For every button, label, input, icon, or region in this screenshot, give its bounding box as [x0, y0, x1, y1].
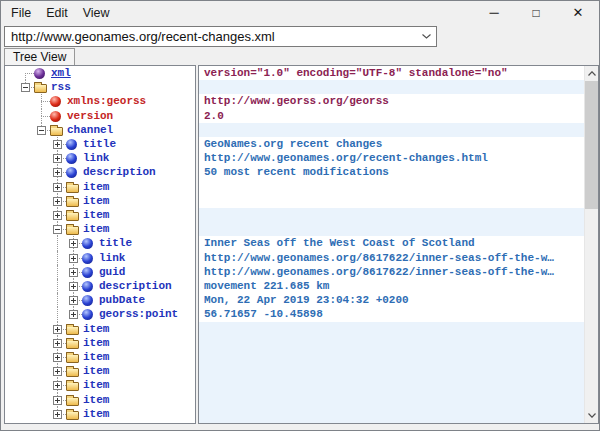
expand-plus-icon[interactable]	[53, 197, 62, 206]
value-row[interactable]: Mon, 22 Apr 2019 23:04:32 +0200	[199, 293, 584, 307]
tree-node[interactable]: link	[5, 251, 195, 265]
value-panel[interactable]: version="1.0" encoding="UTF-8" standalon…	[198, 65, 599, 424]
expand-plus-icon[interactable]	[53, 381, 62, 390]
value-row[interactable]	[199, 364, 584, 378]
value-row[interactable]: GeoNames.org recent changes	[199, 137, 584, 151]
tree-node[interactable]: item	[5, 407, 195, 421]
value-row[interactable]: version="1.0" encoding="UTF-8" standalon…	[199, 66, 584, 80]
tree-node[interactable]: item	[5, 180, 195, 194]
value-row[interactable]	[199, 80, 584, 94]
menu-edit[interactable]: Edit	[39, 3, 75, 23]
value-row[interactable]	[199, 407, 584, 421]
value-text: version="1.0" encoding="UTF-8" standalon…	[199, 66, 584, 80]
tree-node[interactable]: version	[5, 109, 195, 123]
tree-node[interactable]: item	[5, 336, 195, 350]
tree-node[interactable]: item	[5, 393, 195, 407]
url-input[interactable]	[5, 27, 436, 46]
tab-tree-view[interactable]: Tree View	[4, 48, 75, 65]
tree-node[interactable]: item	[5, 208, 195, 222]
tree-node-label: item	[83, 407, 109, 421]
tree-node[interactable]: description	[5, 165, 195, 179]
value-row[interactable]	[199, 208, 584, 222]
collapse-minus-icon[interactable]	[21, 83, 30, 92]
folder-icon	[50, 127, 63, 136]
tree-node[interactable]: item	[5, 322, 195, 336]
expand-plus-icon[interactable]	[53, 140, 62, 149]
menu-view[interactable]: View	[76, 3, 117, 23]
value-row[interactable]	[199, 123, 584, 137]
tree-node[interactable]: rss	[5, 80, 195, 94]
value-row[interactable]	[199, 350, 584, 364]
folder-icon	[66, 368, 79, 377]
menu-file[interactable]: File	[4, 3, 38, 23]
value-row[interactable]: http://www.geonames.org/8617622/inner-se…	[199, 251, 584, 265]
tree-node[interactable]: xmlns:georss	[5, 94, 195, 108]
tree-connector	[41, 101, 42, 108]
expand-plus-icon[interactable]	[53, 396, 62, 405]
expand-plus-icon[interactable]	[53, 410, 62, 419]
dropdown-chevron-icon[interactable]	[418, 28, 435, 45]
expand-plus-icon[interactable]	[53, 325, 62, 334]
expand-plus-icon[interactable]	[69, 239, 78, 248]
value-row[interactable]: http://www.geonames.org/recent-changes.h…	[199, 151, 584, 165]
tree-node[interactable]: item	[5, 350, 195, 364]
expand-plus-icon[interactable]	[53, 353, 62, 362]
expand-plus-icon[interactable]	[53, 183, 62, 192]
folder-icon	[66, 397, 79, 406]
expand-plus-icon[interactable]	[53, 168, 62, 177]
tree-node[interactable]: channel	[5, 123, 195, 137]
tree-node[interactable]: guid	[5, 265, 195, 279]
attribute-icon	[50, 96, 61, 107]
tree-node[interactable]: link	[5, 151, 195, 165]
tree-node[interactable]: description	[5, 279, 195, 293]
expand-plus-icon[interactable]	[53, 154, 62, 163]
tree-node[interactable]: title	[5, 137, 195, 151]
expand-plus-icon[interactable]	[69, 310, 78, 319]
vertical-scrollbar[interactable]	[584, 66, 598, 423]
collapse-minus-icon[interactable]	[53, 225, 62, 234]
value-row[interactable]: http://www.georss.org/georss	[199, 94, 584, 108]
xml-tree-panel[interactable]: xmlrssxmlns:georssversionchanneltitlelin…	[4, 65, 196, 424]
value-row[interactable]	[199, 222, 584, 236]
tree-node[interactable]: pubDate	[5, 293, 195, 307]
tree-node[interactable]: item	[5, 364, 195, 378]
close-icon[interactable]: ✕	[557, 1, 599, 24]
expand-plus-icon[interactable]	[69, 282, 78, 291]
value-row[interactable]	[199, 393, 584, 407]
value-row[interactable]	[199, 322, 584, 336]
minimize-icon[interactable]: ─	[473, 1, 515, 24]
scroll-up-icon[interactable]	[585, 66, 598, 81]
value-text: movement 221.685 km	[199, 279, 584, 293]
scrollbar-thumb[interactable]	[585, 81, 598, 209]
expand-plus-icon[interactable]	[69, 268, 78, 277]
element-icon	[82, 281, 93, 292]
value-row[interactable]: movement 221.685 km	[199, 279, 584, 293]
url-combobox[interactable]	[4, 26, 437, 47]
value-text: 2.0	[199, 109, 584, 123]
value-row[interactable]	[199, 194, 584, 208]
element-icon	[82, 267, 93, 278]
expand-plus-icon[interactable]	[53, 367, 62, 376]
value-row[interactable]: 56.71657 -10.45898	[199, 307, 584, 321]
tree-node[interactable]: title	[5, 236, 195, 250]
value-row[interactable]: Inner Seas off the West Coast of Scotlan…	[199, 236, 584, 250]
tree-node[interactable]: item	[5, 194, 195, 208]
scroll-down-icon[interactable]	[585, 408, 598, 423]
maximize-icon[interactable]: □	[515, 1, 557, 24]
tree-node[interactable]: item	[5, 222, 195, 236]
value-text: 50 most recent modifications	[199, 165, 584, 179]
value-row[interactable]: 2.0	[199, 109, 584, 123]
tree-node[interactable]: georss:point	[5, 307, 195, 321]
value-row[interactable]	[199, 378, 584, 392]
expand-plus-icon[interactable]	[69, 254, 78, 263]
expand-plus-icon[interactable]	[53, 211, 62, 220]
tree-node[interactable]: item	[5, 378, 195, 392]
tree-node[interactable]: xml	[5, 66, 195, 80]
collapse-minus-icon[interactable]	[37, 126, 46, 135]
value-row[interactable]: 50 most recent modifications	[199, 165, 584, 179]
value-row[interactable]: http://www.geonames.org/8617622/inner-se…	[199, 265, 584, 279]
value-row[interactable]	[199, 336, 584, 350]
value-row[interactable]	[199, 180, 584, 194]
expand-plus-icon[interactable]	[69, 296, 78, 305]
expand-plus-icon[interactable]	[53, 339, 62, 348]
